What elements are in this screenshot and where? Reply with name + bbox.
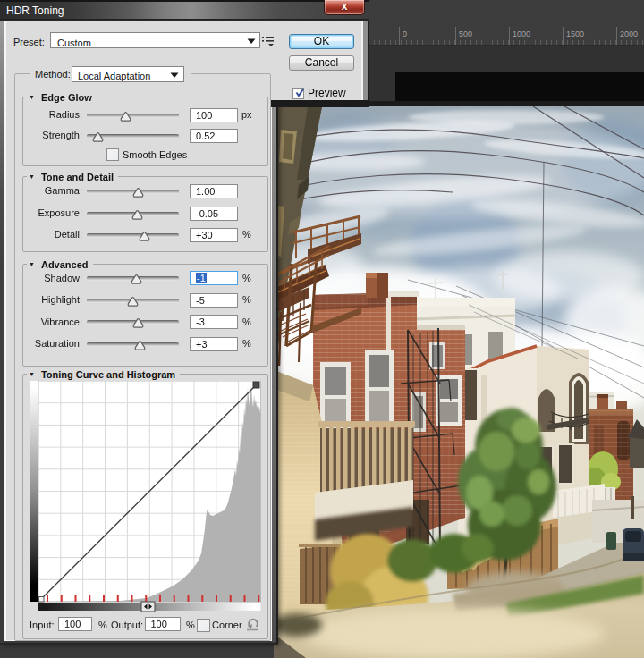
svg-text:2000: 2000 bbox=[620, 30, 638, 38]
svg-text:1000: 1000 bbox=[513, 30, 530, 38]
svg-text:0: 0 bbox=[402, 30, 407, 38]
svg-text:500: 500 bbox=[459, 30, 472, 38]
svg-text:1500: 1500 bbox=[566, 30, 584, 38]
